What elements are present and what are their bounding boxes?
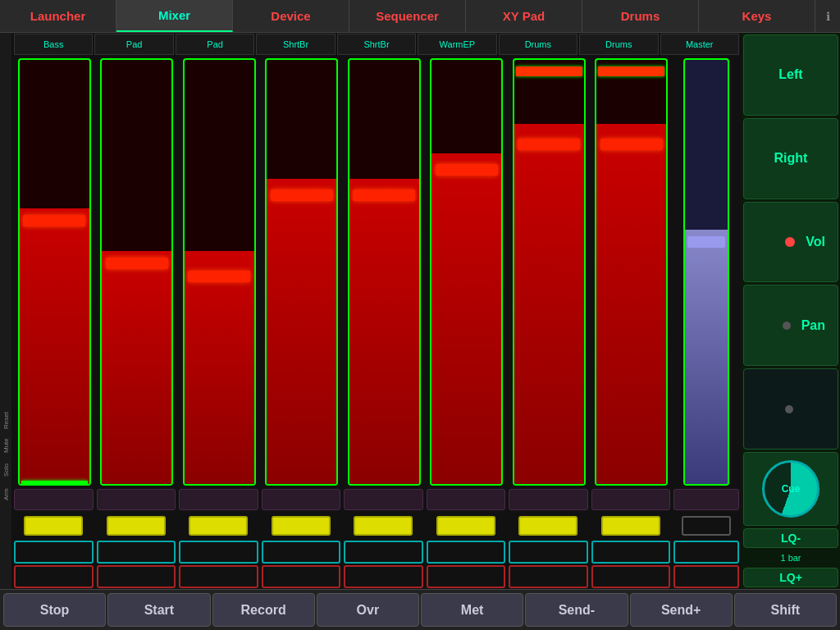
fader-track-pad1[interactable]	[100, 58, 173, 486]
reset-cell-master[interactable]	[673, 489, 739, 510]
left-button[interactable]: Left	[743, 34, 838, 116]
mute-btn-master[interactable]	[682, 516, 731, 536]
pan-dot	[783, 322, 791, 330]
fader-track-drums2[interactable]	[595, 58, 668, 486]
mute-cell-5[interactable]	[344, 512, 423, 539]
info-icon[interactable]: ℹ	[815, 0, 840, 32]
solo-cell-8[interactable]	[591, 541, 671, 564]
cue-knob[interactable]: Cue	[762, 460, 819, 518]
mute-btn-7[interactable]	[518, 516, 578, 536]
send-minus-button[interactable]: Send-	[525, 593, 628, 627]
transport-bar: Stop Start Record Ovr Met Send- Send+ Sh…	[0, 589, 840, 630]
mute-cell-1[interactable]	[14, 512, 94, 539]
pan-label: Pan	[801, 318, 825, 333]
arm-cell-2[interactable]	[97, 565, 176, 588]
fader-track-drums1[interactable]	[513, 58, 586, 486]
mute-cell-8[interactable]	[591, 512, 671, 539]
side-labels: Reset Mute Solo Arm	[0, 33, 11, 589]
arm-cell-8[interactable]	[591, 565, 671, 588]
tab-launcher[interactable]: Launcher	[0, 0, 116, 32]
reset-cell-7[interactable]	[509, 489, 588, 510]
main-content: Reset Mute Solo Arm Bass Pad Pad ShrtBr …	[0, 33, 840, 589]
shift-button[interactable]: Shift	[734, 593, 837, 627]
mute-btn-6[interactable]	[436, 516, 495, 536]
reset-cell-8[interactable]	[591, 489, 671, 510]
fader-track-bass[interactable]	[18, 58, 91, 486]
solo-cell-4[interactable]	[262, 541, 341, 564]
arm-cell-5[interactable]	[344, 565, 423, 588]
reset-cell-2[interactable]	[97, 489, 176, 510]
reset-cell-5[interactable]	[344, 489, 423, 510]
master-strip	[673, 58, 739, 486]
mute-btn-2[interactable]	[107, 516, 166, 536]
mute-cell-3[interactable]	[179, 512, 258, 539]
solo-cell-6[interactable]	[427, 541, 506, 564]
mute-btn-8[interactable]	[601, 516, 660, 536]
solo-cell-7[interactable]	[509, 541, 588, 564]
reset-cell-1[interactable]	[14, 489, 94, 510]
tab-mixer[interactable]: Mixer	[116, 0, 233, 32]
solo-cell-2[interactable]	[97, 541, 176, 564]
send-plus-button[interactable]: Send+	[630, 593, 733, 627]
mute-btn-1[interactable]	[24, 516, 83, 536]
tab-drums[interactable]: Drums	[582, 0, 699, 32]
lq-minus-button[interactable]: LQ-	[743, 528, 838, 548]
channel-headers: Bass Pad Pad ShrtBr ShrtBr WarmEP Drums …	[11, 33, 742, 56]
tab-device[interactable]: Device	[233, 0, 349, 32]
cue-area: Cue	[743, 452, 838, 526]
arm-cell-4[interactable]	[262, 565, 341, 588]
mute-cell-2[interactable]	[97, 512, 176, 539]
arm-cell-1[interactable]	[14, 565, 94, 588]
fader-track-warmep[interactable]	[430, 58, 503, 486]
channel-header-pad1: Pad	[94, 34, 173, 55]
mute-cell-master[interactable]	[673, 512, 739, 539]
lq-plus-button[interactable]: LQ+	[743, 568, 838, 587]
arm-cell-6[interactable]	[427, 565, 506, 588]
tab-sequencer[interactable]: Sequencer	[349, 0, 466, 32]
vol-label: Vol	[806, 235, 825, 249]
vol-button[interactable]: Vol	[743, 202, 838, 283]
mute-cell-4[interactable]	[262, 512, 341, 539]
mute-btn-4[interactable]	[272, 516, 331, 536]
met-button[interactable]: Met	[421, 593, 523, 627]
reset-cell-4[interactable]	[262, 489, 341, 510]
channel-strip-drums1	[509, 58, 590, 486]
solo-cell-3[interactable]	[179, 541, 258, 564]
reset-cell-6[interactable]	[427, 489, 506, 510]
channel-strip-pad1	[97, 58, 178, 486]
arm-cell-3[interactable]	[179, 565, 258, 588]
mute-cell-7[interactable]	[509, 512, 588, 539]
top-nav: Launcher Mixer Device Sequencer XY Pad D…	[0, 0, 840, 33]
right-button[interactable]: Right	[743, 118, 838, 199]
solo-cell-master[interactable]	[673, 541, 739, 564]
reset-cell-3[interactable]	[179, 489, 258, 510]
extra-button[interactable]	[743, 368, 838, 450]
ovr-button[interactable]: Ovr	[317, 593, 419, 627]
solo-row	[11, 540, 742, 564]
mute-cell-6[interactable]	[427, 512, 506, 539]
stop-button[interactable]: Stop	[3, 593, 106, 627]
master-fader-track[interactable]	[683, 58, 729, 486]
channel-header-drums1: Drums	[499, 34, 578, 55]
solo-cell-1[interactable]	[14, 541, 94, 564]
solo-cell-5[interactable]	[344, 541, 423, 564]
start-button[interactable]: Start	[107, 593, 210, 627]
tab-xypad[interactable]: XY Pad	[466, 0, 582, 32]
arm-cell-7[interactable]	[509, 565, 588, 588]
mute-btn-3[interactable]	[189, 516, 248, 536]
record-button[interactable]: Record	[212, 593, 315, 627]
fader-track-pad2[interactable]	[183, 58, 256, 486]
arm-label: Arm	[0, 482, 11, 507]
reset-row	[11, 488, 742, 511]
mute-label: Mute	[0, 433, 11, 458]
pan-button[interactable]: Pan	[743, 285, 838, 366]
fader-track-shrtbr2[interactable]	[348, 58, 421, 486]
mute-row	[11, 511, 742, 540]
mixer-area: Bass Pad Pad ShrtBr ShrtBr WarmEP Drums …	[11, 33, 742, 589]
tab-keys[interactable]: Keys	[699, 0, 815, 32]
mute-btn-5[interactable]	[354, 516, 413, 536]
channel-header-shrtbr1: ShrtBr	[256, 34, 335, 55]
fader-track-shrtbr1[interactable]	[265, 58, 338, 486]
channel-header-warmep: WarmEP	[418, 34, 496, 55]
arm-cell-master[interactable]	[673, 565, 739, 588]
